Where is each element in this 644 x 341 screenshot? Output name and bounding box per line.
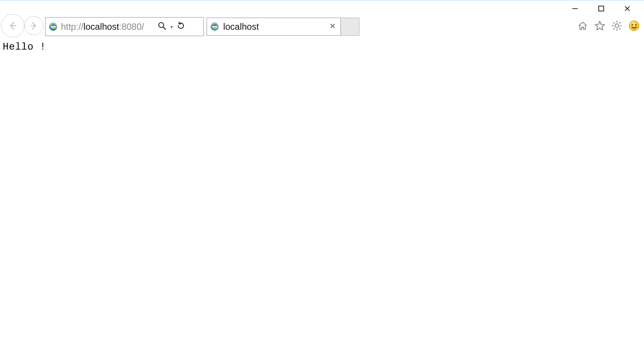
window-maximize-button[interactable]: [588, 1, 614, 16]
maximize-icon: [598, 5, 604, 12]
favorites-button[interactable]: [593, 19, 607, 34]
nav-forward-button[interactable]: [24, 16, 43, 35]
url-port-path: :8080/: [119, 22, 144, 32]
dropdown-caret-icon: ▾: [170, 24, 173, 29]
home-icon: [577, 20, 589, 33]
tab-favicon-icon: [209, 21, 221, 32]
search-icon: [157, 21, 166, 32]
svg-line-22: [613, 28, 615, 29]
url-host: localhost: [83, 22, 119, 32]
svg-line-19: [613, 22, 615, 23]
tab-strip: localhost: [207, 18, 359, 36]
nav-back-button[interactable]: [1, 14, 24, 37]
window-caption-bar: [0, 1, 644, 16]
svg-rect-1: [599, 6, 604, 11]
url-scheme: http://: [61, 22, 83, 32]
svg-rect-11: [212, 26, 217, 27]
tools-button[interactable]: [610, 19, 624, 34]
tab-title: localhost: [223, 22, 326, 32]
browser-toolbar: http://localhost:8080/ ▾ lo: [0, 16, 644, 37]
search-dropdown[interactable]: ▾: [168, 24, 175, 29]
svg-line-9: [163, 27, 166, 29]
refresh-button[interactable]: [175, 18, 187, 35]
svg-point-25: [635, 24, 636, 25]
close-icon: [330, 23, 336, 31]
back-arrow-icon: [6, 19, 19, 32]
star-icon: [594, 20, 606, 33]
svg-line-21: [619, 22, 621, 23]
gear-icon: [611, 20, 623, 33]
svg-point-23: [629, 21, 639, 31]
home-button[interactable]: [575, 19, 590, 34]
tab-active[interactable]: localhost: [207, 18, 341, 36]
page-body-text: Hello !: [3, 41, 46, 53]
ie-logo-icon: [47, 21, 59, 32]
new-tab-button[interactable]: [341, 18, 359, 36]
command-bar: [575, 19, 644, 34]
window-minimize-button[interactable]: [562, 1, 588, 16]
url-display[interactable]: http://localhost:8080/: [61, 22, 156, 32]
minimize-icon: [572, 5, 578, 12]
forward-arrow-icon: [29, 21, 39, 31]
search-button[interactable]: [156, 18, 168, 35]
svg-point-14: [615, 24, 619, 28]
refresh-icon: [176, 21, 185, 32]
svg-point-24: [631, 24, 633, 25]
svg-line-20: [619, 28, 621, 29]
feedback-smiley-button[interactable]: [627, 19, 641, 34]
address-bar[interactable]: http://localhost:8080/ ▾: [45, 17, 204, 36]
svg-rect-7: [51, 26, 56, 27]
window-close-button[interactable]: [614, 1, 640, 16]
close-icon: [624, 5, 630, 12]
tab-close-button[interactable]: [326, 20, 339, 33]
page-content: Hello !: [0, 37, 644, 57]
smiley-icon: [628, 20, 640, 33]
